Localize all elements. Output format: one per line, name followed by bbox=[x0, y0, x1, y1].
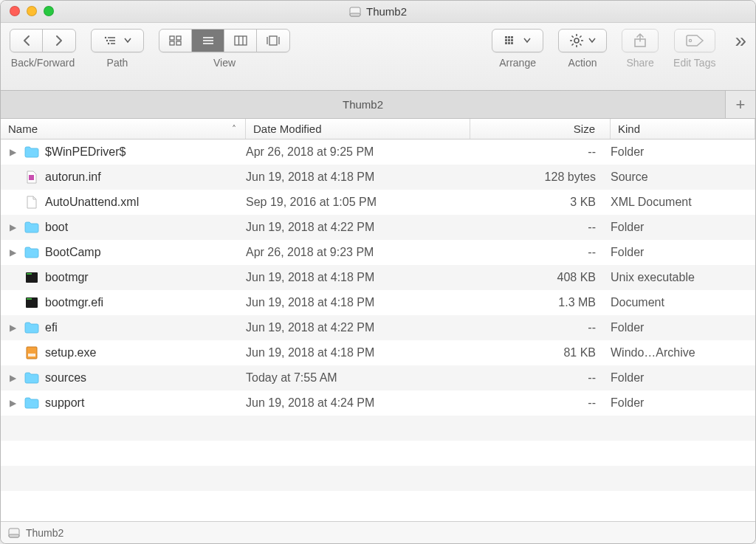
svg-point-3 bbox=[105, 37, 106, 38]
view-list-button[interactable] bbox=[192, 30, 224, 52]
file-size: 128 bytes bbox=[470, 171, 611, 184]
view-icon-button[interactable] bbox=[159, 30, 192, 52]
disclosure-triangle-icon[interactable]: ▶ bbox=[10, 373, 18, 383]
gear-icon bbox=[569, 33, 584, 48]
window-title: Thumb2 bbox=[349, 5, 407, 18]
svg-rect-47 bbox=[28, 354, 35, 357]
file-row[interactable]: ▶sourcesToday at 7:55 AM--Folder bbox=[1, 365, 755, 390]
svg-rect-21 bbox=[505, 36, 507, 38]
plus-icon: + bbox=[736, 95, 746, 114]
column-name-label: Name bbox=[8, 123, 38, 135]
file-row[interactable]: ▶supportJun 19, 2018 at 4:24 PM--Folder bbox=[1, 390, 755, 416]
view-group: View bbox=[159, 29, 290, 69]
file-kind: Unix executable bbox=[611, 271, 755, 284]
disclosure-triangle-icon[interactable]: ▶ bbox=[10, 247, 18, 258]
view-segment bbox=[159, 29, 290, 52]
minimize-window-button[interactable] bbox=[27, 6, 37, 16]
arrange-icon bbox=[504, 35, 519, 46]
action-group: Action bbox=[558, 29, 607, 69]
disclosure-triangle-icon[interactable]: ▶ bbox=[10, 147, 18, 157]
file-row[interactable]: bootmgrJun 19, 2018 at 4:18 PM408 KBUnix… bbox=[1, 265, 755, 290]
titlebar: Thumb2 bbox=[1, 1, 755, 23]
path-location[interactable]: Thumb2 bbox=[26, 527, 63, 539]
file-name: autorun.inf bbox=[45, 171, 101, 184]
tab-label: Thumb2 bbox=[343, 98, 383, 111]
svg-rect-28 bbox=[508, 42, 510, 44]
file-date: Jun 19, 2018 at 4:18 PM bbox=[246, 171, 470, 184]
file-kind: XML Document bbox=[611, 196, 755, 209]
svg-rect-49 bbox=[9, 534, 19, 537]
view-column-button[interactable] bbox=[224, 30, 257, 52]
share-group: Share bbox=[622, 29, 659, 69]
svg-rect-26 bbox=[511, 39, 513, 41]
file-row[interactable]: ▶bootJun 19, 2018 at 4:22 PM--Folder bbox=[1, 215, 755, 240]
file-row[interactable]: bootmgr.efiJun 19, 2018 at 4:18 PM1.3 MB… bbox=[1, 290, 755, 315]
file-size: -- bbox=[470, 396, 611, 410]
action-label: Action bbox=[568, 57, 597, 69]
file-row[interactable]: ▶$WinPEDriver$Apr 26, 2018 at 9:25 PM--F… bbox=[1, 140, 755, 165]
disclosure-triangle-icon[interactable]: ▶ bbox=[10, 398, 18, 408]
disclosure-triangle-icon[interactable]: ▶ bbox=[10, 323, 18, 333]
file-icon bbox=[24, 170, 39, 185]
svg-rect-8 bbox=[170, 36, 174, 40]
svg-rect-22 bbox=[508, 36, 510, 38]
arrange-button[interactable] bbox=[492, 29, 543, 52]
action-button[interactable] bbox=[558, 29, 607, 52]
new-tab-button[interactable]: + bbox=[726, 91, 755, 118]
svg-rect-41 bbox=[29, 175, 34, 180]
file-list[interactable]: ▶$WinPEDriver$Apr 26, 2018 at 9:25 PM--F… bbox=[1, 140, 755, 521]
file-icon bbox=[24, 245, 39, 260]
close-window-button[interactable] bbox=[10, 6, 20, 16]
file-kind: Windo…Archive bbox=[611, 346, 755, 359]
file-date: Jun 19, 2018 at 4:18 PM bbox=[246, 346, 470, 359]
file-date: Jun 19, 2018 at 4:18 PM bbox=[246, 296, 470, 309]
file-size: 408 KB bbox=[470, 271, 611, 284]
column-kind-label: Kind bbox=[618, 123, 640, 135]
share-button[interactable] bbox=[622, 29, 659, 52]
grid-icon bbox=[169, 35, 182, 46]
tab-bar: Thumb2 + bbox=[1, 91, 755, 119]
column-header-size[interactable]: Size bbox=[470, 119, 611, 139]
file-icon bbox=[24, 320, 39, 335]
svg-point-5 bbox=[106, 40, 108, 41]
tab-thumb2[interactable]: Thumb2 bbox=[1, 91, 726, 118]
path-button[interactable] bbox=[91, 29, 144, 52]
svg-point-30 bbox=[574, 38, 579, 43]
file-size: -- bbox=[470, 221, 611, 234]
file-icon bbox=[24, 195, 39, 210]
file-row[interactable]: ▶BootCampApr 26, 2018 at 9:23 PM--Folder bbox=[1, 240, 755, 265]
file-row[interactable]: AutoUnattend.xmlSep 19, 2016 at 1:05 PM3… bbox=[1, 190, 755, 215]
file-name: bootmgr.efi bbox=[45, 296, 103, 309]
column-header-kind[interactable]: Kind bbox=[611, 119, 755, 139]
column-header-name[interactable]: Name ˄ bbox=[1, 119, 246, 139]
forward-button[interactable] bbox=[43, 30, 75, 52]
back-button[interactable] bbox=[10, 30, 43, 52]
svg-rect-24 bbox=[505, 39, 507, 41]
back-forward-group: Back/Forward bbox=[10, 29, 76, 69]
file-name: $WinPEDriver$ bbox=[45, 145, 126, 159]
empty-row bbox=[1, 441, 755, 466]
view-gallery-button[interactable] bbox=[257, 30, 289, 52]
share-icon bbox=[633, 33, 647, 48]
zoom-window-button[interactable] bbox=[44, 6, 54, 16]
file-row[interactable]: setup.exeJun 19, 2018 at 4:18 PM81 KBWin… bbox=[1, 340, 755, 365]
path-icon bbox=[103, 35, 120, 46]
svg-rect-11 bbox=[176, 41, 181, 45]
edit-tags-button[interactable] bbox=[674, 29, 715, 52]
column-header-date[interactable]: Date Modified bbox=[246, 119, 470, 139]
svg-rect-43 bbox=[27, 273, 32, 275]
svg-point-7 bbox=[108, 43, 109, 44]
column-headers: Name ˄ Date Modified Size Kind bbox=[1, 119, 755, 140]
file-row[interactable]: ▶efiJun 19, 2018 at 4:22 PM--Folder bbox=[1, 315, 755, 340]
file-row[interactable]: autorun.infJun 19, 2018 at 4:18 PM128 by… bbox=[1, 165, 755, 190]
svg-rect-9 bbox=[176, 36, 181, 40]
toolbar-overflow[interactable]: » bbox=[735, 29, 746, 52]
disclosure-triangle-icon[interactable]: ▶ bbox=[10, 222, 18, 233]
file-size: 3 KB bbox=[470, 196, 611, 209]
file-size: -- bbox=[470, 145, 611, 159]
svg-rect-19 bbox=[269, 36, 277, 45]
file-size: 1.3 MB bbox=[470, 296, 611, 309]
window-title-text: Thumb2 bbox=[366, 5, 407, 18]
file-date: Apr 26, 2018 at 9:25 PM bbox=[246, 145, 470, 159]
file-size: -- bbox=[470, 371, 611, 385]
